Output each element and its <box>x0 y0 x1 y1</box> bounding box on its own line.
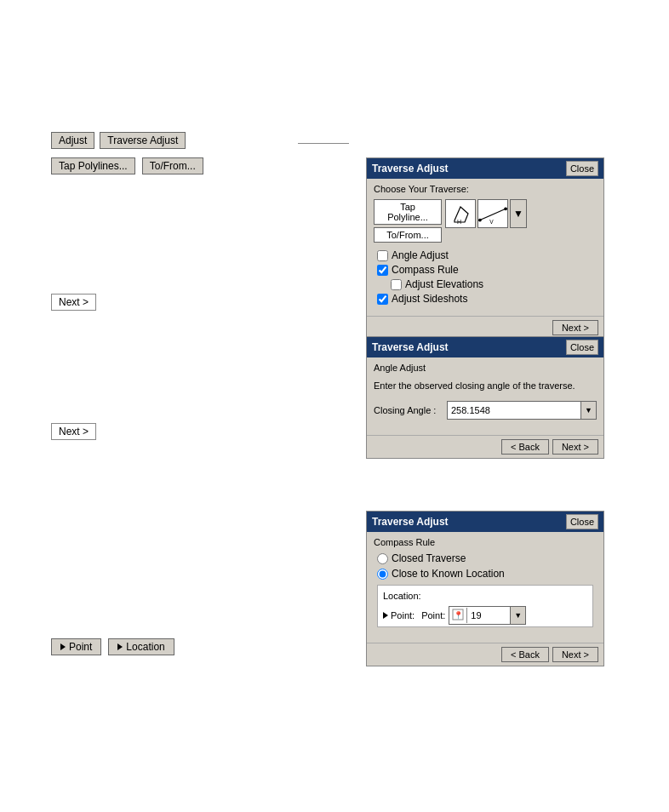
point-toggle[interactable]: Point: <box>383 610 415 620</box>
bottom-buttons: Point Location <box>51 638 174 655</box>
point-field-wrap: 📍 ▼ <box>449 606 526 625</box>
closing-angle-label: Closing Angle : <box>374 405 442 415</box>
polygon-icon: H <box>445 199 476 228</box>
closing-angle-input-wrap: ▼ <box>447 401 597 420</box>
dialog3-titlebar: Traverse Adjust Close <box>367 512 603 532</box>
point-icon: 📍 <box>449 608 467 623</box>
location-label: Location <box>126 641 164 653</box>
adjust-elevations-label: Adjust Elevations <box>405 278 483 290</box>
dialog1-subtitle: Choose Your Traverse: <box>374 184 597 194</box>
dialog2-next-button[interactable]: Next > <box>552 439 598 455</box>
dialog2-subtitle: Angle Adjust <box>374 363 597 373</box>
closing-angle-dropdown[interactable]: ▼ <box>580 402 596 419</box>
adjust-sideshots-row: Adjust Sideshots <box>374 293 597 305</box>
closed-traverse-radio[interactable] <box>377 553 388 564</box>
svg-text:V: V <box>489 219 494 225</box>
close-to-known-label: Close to Known Location <box>392 568 505 580</box>
angle-adjust-checkbox[interactable] <box>377 250 388 261</box>
dialog3-back-button[interactable]: < Back <box>501 647 549 662</box>
adjust-elevations-row: Adjust Elevations <box>374 278 597 290</box>
traverse-icons: H V ▼ <box>445 199 527 228</box>
point-field-label: Point: <box>421 610 445 620</box>
point-toggle-label: Point: <box>391 610 415 620</box>
closing-angle-input[interactable] <box>448 403 580 417</box>
compass-rule-row: Compass Rule <box>374 264 597 276</box>
closed-traverse-label: Closed Traverse <box>392 552 466 564</box>
dialog1-next-button[interactable]: Next > <box>552 320 598 335</box>
angle-adjust-row: Angle Adjust <box>374 249 597 261</box>
to-from-btn[interactable]: To/From... <box>374 227 442 243</box>
point-expand-icon <box>383 612 388 619</box>
location-box-label: Location: <box>383 591 587 601</box>
adjust-button[interactable]: Adjust <box>51 132 94 149</box>
traverse-dropdown-btn[interactable]: ▼ <box>510 199 527 228</box>
adjust-elevations-checkbox[interactable] <box>391 279 402 290</box>
point-value-input[interactable] <box>467 609 510 622</box>
line-icon: V <box>477 199 508 228</box>
adjust-sideshots-checkbox[interactable] <box>377 294 388 305</box>
svg-text:H: H <box>457 219 461 225</box>
dialog3-subtitle: Compass Rule <box>374 537 597 547</box>
location-box: Location: Point: Point: 📍 ▼ <box>377 585 593 627</box>
dialog2-description: Enter the observed closing angle of the … <box>374 380 597 392</box>
traverse-adjust-dialog-2: Traverse Adjust Close Angle Adjust Enter… <box>366 336 604 459</box>
dialog1-close-button[interactable]: Close <box>566 161 598 176</box>
point-label: Point <box>69 641 92 653</box>
dialog1-title: Traverse Adjust <box>372 163 449 174</box>
close-to-known-row: Close to Known Location <box>374 568 597 580</box>
closed-traverse-row: Closed Traverse <box>374 552 597 564</box>
dialog2-titlebar: Traverse Adjust Close <box>367 337 603 357</box>
svg-point-3 <box>478 219 482 222</box>
angle-adjust-label: Angle Adjust <box>392 249 449 261</box>
traverse-adjust-dialog-3: Traverse Adjust Close Compass Rule Close… <box>366 511 604 666</box>
dialog1-titlebar: Traverse Adjust Close <box>367 158 603 179</box>
compass-rule-checkbox[interactable] <box>377 265 388 276</box>
next-link-1[interactable]: Next > <box>51 294 96 311</box>
point-dropdown[interactable]: ▼ <box>510 607 525 624</box>
next-link-2[interactable]: Next > <box>51 423 96 440</box>
tap-polylines-button[interactable]: Tap Polylines... <box>51 157 135 174</box>
divider-line <box>298 143 349 144</box>
dialog3-close-button[interactable]: Close <box>566 514 598 529</box>
close-to-known-radio[interactable] <box>377 569 388 580</box>
dialog2-title: Traverse Adjust <box>372 341 449 353</box>
traverse-adjust-dialog-1: Traverse Adjust Close Choose Your Traver… <box>366 157 604 340</box>
dialog2-back-button[interactable]: < Back <box>501 439 549 455</box>
dialog2-close-button[interactable]: Close <box>566 340 598 355</box>
to-from-button[interactable]: To/From... <box>142 157 203 174</box>
point-triangle-icon <box>60 643 66 650</box>
dialog3-title: Traverse Adjust <box>372 516 449 528</box>
closing-angle-row: Closing Angle : ▼ <box>374 401 597 420</box>
point-button[interactable]: Point <box>51 638 101 655</box>
location-triangle-icon <box>117 643 123 650</box>
adjust-sideshots-label: Adjust Sideshots <box>392 293 467 305</box>
svg-text:📍: 📍 <box>454 610 464 620</box>
traverse-adjust-button[interactable]: Traverse Adjust <box>100 132 186 149</box>
tap-polyline-btn[interactable]: Tap Polyline... <box>374 199 442 225</box>
point-row: Point: Point: 📍 ▼ <box>383 606 587 625</box>
svg-point-4 <box>504 207 507 210</box>
dialog3-next-button[interactable]: Next > <box>552 647 598 662</box>
compass-rule-label: Compass Rule <box>392 264 459 276</box>
location-button[interactable]: Location <box>108 638 174 655</box>
